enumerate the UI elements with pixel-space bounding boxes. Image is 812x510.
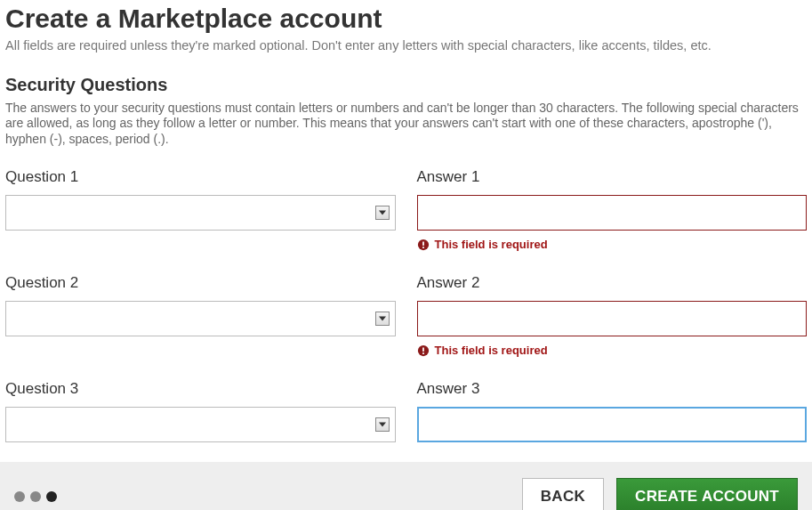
error-icon: [417, 239, 430, 251]
chevron-down-icon: [375, 417, 390, 432]
answer-2-error: This field is required: [417, 344, 808, 357]
section-description: The answers to your security questions m…: [5, 101, 807, 148]
answer-1-input[interactable]: [417, 195, 808, 231]
security-row-1: Question 1 Answer 1 This field is requir…: [5, 168, 807, 251]
step-dot-3: [46, 491, 57, 502]
section-title: Security Questions: [5, 75, 807, 95]
answer-3-label: Answer 3: [417, 380, 808, 398]
step-dot-2: [30, 491, 41, 502]
svg-rect-6: [422, 347, 424, 351]
footer-bar: BACK CREATE ACCOUNT: [0, 462, 812, 510]
security-row-3: Question 3 Answer 3: [5, 380, 807, 442]
question-1-label: Question 1: [5, 168, 396, 186]
chevron-down-icon: [375, 206, 390, 220]
page-title: Create a Marketplace account: [5, 4, 807, 34]
page-subtitle: All fields are required unless they're m…: [5, 37, 807, 55]
chevron-down-icon: [375, 312, 390, 326]
svg-rect-2: [422, 241, 424, 245]
step-dot-1: [14, 491, 25, 502]
answer-1-error: This field is required: [417, 238, 808, 251]
question-2-label: Question 2: [5, 274, 396, 292]
step-indicator: [14, 491, 57, 502]
svg-marker-4: [379, 317, 386, 321]
error-text: This field is required: [435, 344, 548, 357]
security-row-2: Question 2 Answer 2 This field is requir…: [5, 274, 807, 357]
error-text: This field is required: [435, 238, 548, 251]
back-button[interactable]: BACK: [522, 478, 604, 510]
svg-marker-8: [379, 423, 386, 427]
svg-rect-7: [422, 352, 424, 354]
answer-1-label: Answer 1: [417, 168, 808, 186]
answer-2-label: Answer 2: [417, 274, 808, 292]
create-account-button[interactable]: CREATE ACCOUNT: [616, 478, 798, 510]
svg-marker-0: [379, 211, 386, 215]
question-3-label: Question 3: [5, 380, 396, 398]
error-icon: [417, 344, 430, 357]
question-1-select[interactable]: [5, 195, 396, 231]
question-2-select[interactable]: [5, 301, 396, 336]
svg-rect-3: [422, 247, 424, 248]
question-3-select[interactable]: [5, 407, 396, 442]
answer-3-input[interactable]: [417, 407, 808, 442]
answer-2-input[interactable]: [417, 301, 808, 336]
